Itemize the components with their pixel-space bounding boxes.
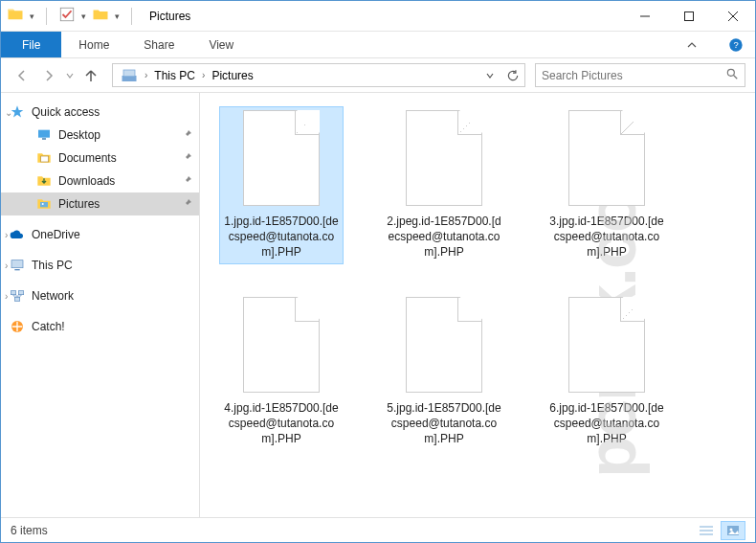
sidebar-item-label: Documents xyxy=(58,151,117,165)
back-button[interactable] xyxy=(11,64,33,87)
sidebar-quick-access[interactable]: ⌄ Quick access xyxy=(1,101,199,124)
svg-rect-17 xyxy=(14,269,19,270)
minimize-button[interactable] xyxy=(623,1,667,31)
breadcrumb-thispc[interactable]: This PC xyxy=(150,64,199,86)
file-icon xyxy=(568,297,645,393)
sidebar-item-label: Pictures xyxy=(58,197,100,211)
qat-check-icon[interactable] xyxy=(58,6,76,27)
downloads-icon xyxy=(35,172,53,190)
search-field[interactable] xyxy=(542,69,725,82)
search-input[interactable] xyxy=(535,63,745,87)
chevron-right-icon[interactable]: › xyxy=(199,70,208,80)
file-item[interactable]: 5.jpg.id-1E857D00.[decspeed@tutanota.com… xyxy=(382,293,506,451)
sidebar-item-downloads[interactable]: Downloads xyxy=(1,170,199,192)
navigation-bar: › This PC › Pictures xyxy=(1,58,755,93)
file-icon xyxy=(568,110,645,206)
chevron-right-icon[interactable]: › xyxy=(5,291,8,302)
svg-rect-19 xyxy=(18,291,23,295)
sidebar-catch[interactable]: Catch! xyxy=(1,315,199,338)
chevron-right-icon[interactable]: › xyxy=(5,260,8,271)
catch-icon xyxy=(9,318,26,335)
maximize-button[interactable] xyxy=(667,1,711,31)
title-bar: ▾ ▾ ▾ Pictures xyxy=(1,1,755,32)
computer-icon xyxy=(9,257,26,274)
chevron-right-icon[interactable]: › xyxy=(142,70,150,80)
window-title: Pictures xyxy=(149,10,190,23)
file-item[interactable]: 4.jpg.id-1E857D00.[decspeed@tutanota.com… xyxy=(219,293,344,451)
sidebar-item-label: Network xyxy=(32,289,74,303)
file-item[interactable]: 2.jpeg.id-1E857D00.[decspeed@tutanota.co… xyxy=(382,106,506,264)
status-count: 6 items xyxy=(11,524,48,537)
sidebar: ⌄ Quick access DesktopDocumentsDownloads… xyxy=(1,93,200,517)
file-label: 5.jpg.id-1E857D00.[decspeed@tutanota.com… xyxy=(386,400,502,447)
pin-icon xyxy=(182,128,193,142)
svg-point-9 xyxy=(727,69,734,76)
qat-folder-icon[interactable] xyxy=(92,6,109,27)
tab-home[interactable]: Home xyxy=(61,32,126,57)
view-icons-button[interactable] xyxy=(721,521,745,540)
sidebar-item-label: Desktop xyxy=(58,128,100,142)
svg-line-10 xyxy=(734,76,738,79)
forward-button[interactable] xyxy=(37,64,60,87)
pictures-icon xyxy=(35,195,53,213)
file-label: 3.jpg.id-1E857D00.[decspeed@tutanota.com… xyxy=(548,214,665,260)
svg-point-15 xyxy=(42,203,44,205)
file-pane[interactable]: pcrisk.com 1.jpg.id-1E857D00.[decspeed@t… xyxy=(200,93,755,517)
file-item[interactable]: 1.jpg.id-1E857D00.[decspeed@tutanota.com… xyxy=(219,106,344,264)
sidebar-item-desktop[interactable]: Desktop xyxy=(1,124,199,147)
ribbon-expand-icon[interactable] xyxy=(673,32,711,57)
pin-icon xyxy=(182,174,193,188)
ribbon: File Home Share View ? xyxy=(1,32,755,58)
sidebar-item-label: Downloads xyxy=(58,174,115,188)
svg-rect-8 xyxy=(123,70,135,77)
svg-rect-11 xyxy=(38,130,50,138)
qat-dropdown-icon[interactable]: ▾ xyxy=(30,11,34,21)
file-tab[interactable]: File xyxy=(1,32,61,57)
svg-rect-20 xyxy=(14,297,19,301)
breadcrumb-dropdown-icon[interactable] xyxy=(478,64,501,86)
sidebar-item-label: Quick access xyxy=(32,105,100,119)
status-bar: 6 items xyxy=(1,517,755,542)
history-dropdown-icon[interactable] xyxy=(64,64,76,87)
sidebar-thispc[interactable]: › This PC xyxy=(1,254,199,277)
tab-view[interactable]: View xyxy=(191,32,251,57)
close-button[interactable] xyxy=(711,1,755,31)
chevron-right-icon[interactable]: › xyxy=(5,230,8,240)
svg-rect-18 xyxy=(11,291,15,295)
breadcrumb[interactable]: › This PC › Pictures xyxy=(112,63,525,87)
file-label: 6.jpg.id-1E857D00.[decspeed@tutanota.com… xyxy=(548,400,665,447)
view-details-button[interactable] xyxy=(694,521,719,540)
file-item[interactable]: 6.jpg.id-1E857D00.[decspeed@tutanota.com… xyxy=(545,293,669,451)
svg-rect-14 xyxy=(40,202,48,207)
svg-rect-12 xyxy=(42,138,46,139)
file-icon xyxy=(406,110,482,206)
pin-icon xyxy=(182,151,193,165)
refresh-button[interactable] xyxy=(501,64,524,86)
file-item[interactable]: 3.jpg.id-1E857D00.[decspeed@tutanota.com… xyxy=(545,106,669,264)
sidebar-onedrive[interactable]: › OneDrive xyxy=(1,223,199,246)
up-button[interactable] xyxy=(79,64,102,87)
breadcrumb-root-icon[interactable] xyxy=(117,64,142,86)
file-icon xyxy=(243,110,320,206)
sidebar-item-pictures[interactable]: Pictures xyxy=(1,192,199,215)
file-label: 2.jpeg.id-1E857D00.[decspeed@tutanota.co… xyxy=(386,214,502,260)
search-icon[interactable] xyxy=(725,67,739,83)
pin-icon xyxy=(182,197,193,211)
sidebar-item-label: This PC xyxy=(32,259,73,272)
folder-icon xyxy=(7,6,24,27)
qat-overflow-icon[interactable]: ▾ xyxy=(115,11,120,21)
sidebar-item-documents[interactable]: Documents xyxy=(1,147,199,170)
file-label: 1.jpg.id-1E857D00.[decspeed@tutanota.com… xyxy=(223,214,340,260)
file-icon xyxy=(406,297,482,393)
file-icon xyxy=(243,297,320,393)
help-icon[interactable]: ? xyxy=(717,32,755,57)
network-icon xyxy=(9,287,26,305)
sidebar-item-label: OneDrive xyxy=(32,228,80,241)
sidebar-network[interactable]: › Network xyxy=(1,284,199,307)
breadcrumb-pictures[interactable]: Pictures xyxy=(208,64,256,86)
sidebar-item-label: Catch! xyxy=(32,320,65,333)
svg-rect-13 xyxy=(41,156,49,162)
tab-share[interactable]: Share xyxy=(126,32,191,57)
chevron-down-icon[interactable]: ⌄ xyxy=(5,107,12,118)
qat-dropdown2-icon[interactable]: ▾ xyxy=(81,11,86,21)
